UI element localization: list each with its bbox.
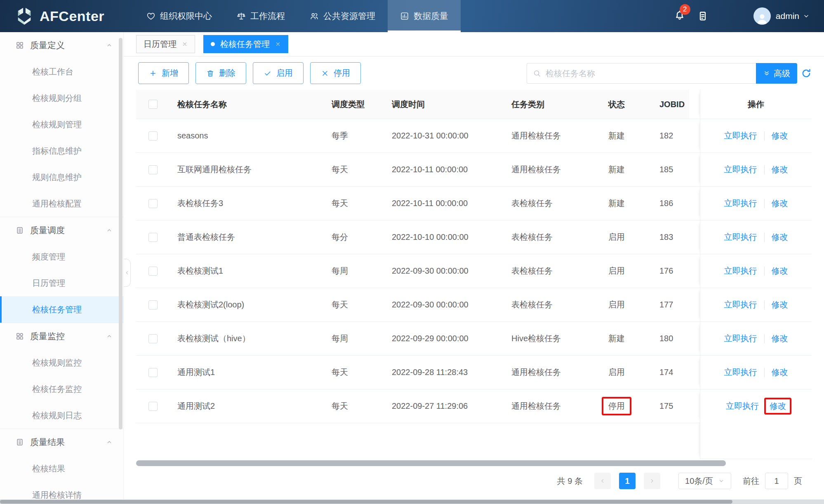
edit-link[interactable]: 修改	[772, 130, 788, 141]
run-now-link[interactable]: 立即执行	[724, 367, 757, 378]
next-page-button[interactable]	[644, 473, 660, 489]
scale-icon	[237, 12, 246, 21]
delete-button[interactable]: 删除	[195, 62, 246, 84]
edit-link[interactable]: 修改	[772, 333, 788, 344]
goto-page-input[interactable]	[765, 473, 788, 489]
sidebar-item[interactable]: 指标信息维护	[0, 138, 123, 164]
edit-link[interactable]: 修改	[772, 299, 788, 310]
nav-item-2[interactable]: 工作流程	[224, 0, 297, 32]
tab-check-task-management[interactable]: 检核任务管理	[203, 35, 288, 53]
status-value: 启用	[608, 232, 625, 243]
sidebar-item[interactable]: 日历管理	[0, 270, 123, 296]
status-value: 新建	[608, 130, 625, 141]
row-checkbox[interactable]	[148, 334, 158, 343]
row-checkbox[interactable]	[148, 199, 158, 208]
schedule-type: 每天	[326, 187, 392, 220]
sidebar-collapse-handle[interactable]	[124, 259, 131, 287]
run-now-link[interactable]: 立即执行	[724, 130, 757, 141]
close-icon[interactable]	[182, 41, 188, 47]
search-input[interactable]	[545, 68, 750, 79]
advanced-search-button[interactable]: 高级	[756, 63, 797, 84]
enable-button[interactable]: 启用	[253, 62, 304, 84]
nav-item-3[interactable]: 公共资源管理	[297, 0, 388, 32]
nav-item-label: 公共资源管理	[323, 10, 375, 22]
row-checkbox[interactable]	[148, 368, 158, 377]
table-horizontal-scrollbar[interactable]	[136, 460, 726, 466]
sidebar-item[interactable]: 检核规则管理	[0, 111, 123, 138]
username[interactable]: admin	[776, 11, 799, 21]
avatar[interactable]	[753, 7, 771, 25]
edit-link[interactable]: 修改	[772, 198, 788, 209]
nav-item-4[interactable]: 数据质量	[388, 0, 461, 32]
edit-link[interactable]: 修改	[772, 164, 788, 175]
sidebar-group-3[interactable]: 质量监控	[0, 323, 123, 349]
edit-link[interactable]: 修改	[772, 232, 788, 243]
sidebar-item[interactable]: 检核规则监控	[0, 349, 123, 376]
sidebar-item[interactable]: 通用检核配置	[0, 190, 123, 217]
row-checkbox[interactable]	[148, 165, 158, 174]
sidebar-item-label: 检核规则管理	[32, 119, 82, 130]
sidebar-item[interactable]: 检核工作台	[0, 59, 123, 85]
sidebar-item-label: 通用检核配置	[32, 198, 82, 209]
task-name: seasons	[177, 119, 326, 152]
run-now-link[interactable]: 立即执行	[724, 164, 757, 175]
tab-calendar-management[interactable]: 日历管理	[136, 35, 195, 53]
sidebar-item[interactable]: 检核规则分组	[0, 85, 123, 111]
select-all-checkbox[interactable]	[148, 100, 158, 109]
table-row: seasons每季2022-10-31 00:00:00通用检核任务新建182立…	[136, 119, 812, 153]
disable-button[interactable]: 停用	[310, 62, 361, 84]
row-checkbox[interactable]	[148, 267, 158, 276]
sidebar-item[interactable]: 检核规则日志	[0, 402, 123, 429]
run-now-link[interactable]: 立即执行	[724, 265, 757, 277]
row-checkbox[interactable]	[148, 300, 158, 309]
sidebar-group-2[interactable]: 质量调度	[0, 217, 123, 244]
actions-cell: 立即执行修改	[700, 153, 812, 186]
edit-link[interactable]: 修改	[772, 265, 788, 277]
page-size-select[interactable]: 10条/页	[678, 473, 731, 489]
close-icon[interactable]	[275, 41, 281, 47]
sidebar-item-label: 规则信息维护	[32, 172, 82, 183]
actions-cell: 立即执行修改	[700, 254, 812, 288]
task-name: 普通表检核任务	[177, 220, 326, 254]
sidebar-item-label: 日历管理	[32, 278, 65, 289]
app-logo[interactable]: AFCenter	[15, 7, 104, 26]
row-checkbox[interactable]	[148, 233, 158, 242]
add-button[interactable]: 新增	[138, 62, 189, 84]
sidebar-item[interactable]: 检核结果	[0, 455, 123, 482]
sidebar-scrollbar[interactable]	[119, 38, 122, 429]
action-divider	[764, 334, 765, 343]
table-row: 表检核任务3每天2022-10-11 00:00:00表检核任务新建186立即执…	[136, 187, 812, 220]
sidebar-group-1[interactable]: 质量定义	[0, 32, 123, 59]
status-cell: 新建	[604, 119, 658, 152]
run-now-link[interactable]: 立即执行	[724, 232, 757, 243]
run-now-link[interactable]: 立即执行	[726, 401, 759, 412]
row-checkbox[interactable]	[148, 402, 158, 411]
topbar-right: 2 admin	[674, 7, 810, 25]
sidebar-item[interactable]: 检核任务管理	[0, 296, 123, 323]
jobid-cell: 182	[658, 119, 700, 152]
search-area: 高级	[527, 63, 812, 84]
nav-item-1[interactable]: 组织权限中心	[134, 0, 224, 32]
sidebar-group-4[interactable]: 质量结果	[0, 429, 123, 455]
current-page-button[interactable]: 1	[619, 473, 636, 489]
refresh-icon[interactable]	[801, 68, 812, 79]
window-horizontal-scrollbar-thumb[interactable]	[0, 500, 732, 504]
row-checkbox[interactable]	[148, 131, 158, 141]
status-value: 新建	[608, 198, 625, 209]
prev-page-button[interactable]	[594, 473, 611, 489]
sidebar-item-label: 通用检核详情	[32, 490, 82, 501]
notifications-button[interactable]: 2	[674, 10, 685, 22]
grid-dot-icon	[16, 332, 24, 340]
sidebar-item[interactable]: 规则信息维护	[0, 164, 123, 190]
run-now-link[interactable]: 立即执行	[724, 198, 757, 209]
sidebar-item[interactable]: 检核任务监控	[0, 376, 123, 402]
run-now-link[interactable]: 立即执行	[724, 299, 757, 310]
chevron-down-icon[interactable]	[803, 12, 810, 20]
edit-link[interactable]: 修改	[772, 367, 788, 378]
edit-link[interactable]: 修改	[764, 398, 791, 415]
run-now-link[interactable]: 立即执行	[724, 333, 757, 344]
enable-button-label: 启用	[276, 68, 293, 79]
sidebar-item[interactable]: 频度管理	[0, 244, 123, 270]
document-log-icon[interactable]	[697, 11, 708, 21]
window-horizontal-scrollbar-track[interactable]	[0, 499, 824, 504]
